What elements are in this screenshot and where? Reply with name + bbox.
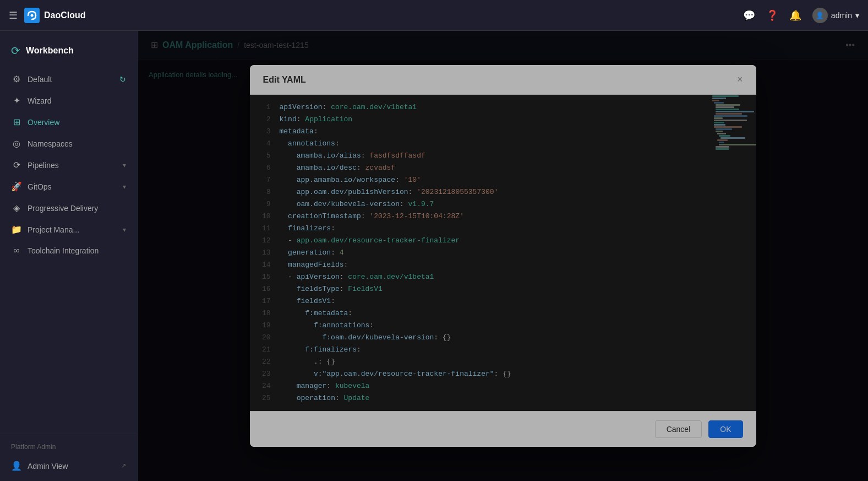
line-number: 15 <box>250 271 277 283</box>
code-line: f:finalizers: <box>280 344 712 356</box>
help-icon[interactable]: ❓ <box>766 9 778 21</box>
overview-icon: ⊞ <box>11 117 22 127</box>
line-number: 20 <box>250 332 277 344</box>
edit-yaml-modal: Edit YAML × 1234567891011121314151617181… <box>250 65 756 447</box>
sidebar-item-default[interactable]: ⚙ Default ↻ <box>0 68 137 90</box>
admin-icon: 👤 <box>11 461 22 471</box>
line-number: 18 <box>250 307 277 320</box>
external-link-icon: ↗ <box>121 462 126 469</box>
code-line: fieldsType: FieldsV1 <box>280 283 712 295</box>
code-line: v:"app.oam.dev/resource-tracker-finalize… <box>280 368 712 380</box>
code-line: f:metadata: <box>280 307 712 320</box>
workbench-icon: ⟳ <box>11 44 20 57</box>
minimap <box>712 95 756 411</box>
sidebar: ⟳ Workbench ⚙ Default ↻ ✦ Wizard ⊞ Overv… <box>0 31 138 481</box>
avatar: 👤 <box>812 8 828 23</box>
chat-icon[interactable]: 💬 <box>743 9 755 21</box>
sidebar-item-project[interactable]: 📁 Project Mana... ▾ <box>0 219 137 240</box>
line-number: 22 <box>250 356 277 368</box>
refresh-icon: ↻ <box>119 75 126 84</box>
chevron-down-icon: ▾ <box>123 226 126 234</box>
cancel-button[interactable]: Cancel <box>655 420 702 438</box>
chevron-down-icon: ▾ <box>123 183 126 191</box>
code-line: creationTimestamp: '2023-12-15T10:04:28Z… <box>280 210 712 223</box>
navbar-right: 💬 ❓ 🔔 👤 admin ▾ <box>743 8 859 23</box>
ok-button[interactable]: OK <box>708 420 743 438</box>
sidebar-item-admin-view[interactable]: 👤 Admin View ↗ <box>0 455 137 477</box>
workbench-label: Workbench <box>26 46 74 56</box>
sidebar-item-overview[interactable]: ⊞ Overview <box>0 111 137 133</box>
code-line: app.amamba.io/workspace: '10' <box>280 174 712 186</box>
sidebar-item-wizard[interactable]: ✦ Wizard <box>0 90 137 111</box>
code-content[interactable]: apiVersion: core.oam.dev/v1beta1kind: Ap… <box>277 95 712 411</box>
line-number: 6 <box>250 162 277 174</box>
toolchain-icon: ∞ <box>11 246 22 256</box>
platform-admin-label: Platform Admin <box>0 439 137 455</box>
line-number: 13 <box>250 247 277 259</box>
gitops-icon: 🚀 <box>11 181 22 192</box>
sidebar-item-label: Toolchain Integration <box>28 246 126 255</box>
code-line: fieldsV1: <box>280 295 712 307</box>
sidebar-item-progressive[interactable]: ◈ Progressive Delivery <box>0 197 137 219</box>
code-line: finalizers: <box>280 223 712 235</box>
code-line: .: {} <box>280 356 712 368</box>
modal-header: Edit YAML × <box>250 65 756 95</box>
line-number: 23 <box>250 368 277 380</box>
sidebar-workbench-item[interactable]: ⟳ Workbench <box>0 35 137 66</box>
logo-text: DaoCloud <box>44 10 86 20</box>
code-line: apiVersion: core.oam.dev/v1beta1 <box>280 101 712 114</box>
content-area: ⊞ OAM Application / test-oam-test-1215 •… <box>138 31 868 481</box>
progressive-icon: ◈ <box>11 203 22 213</box>
line-number: 12 <box>250 235 277 247</box>
code-editor[interactable]: 1234567891011121314151617181920212223242… <box>250 95 756 411</box>
line-number: 3 <box>250 126 277 138</box>
sidebar-item-pipelines[interactable]: ⟳ Pipelines ▾ <box>0 154 137 176</box>
hamburger-icon[interactable]: ☰ <box>9 9 18 21</box>
modal-footer: Cancel OK <box>250 411 756 447</box>
line-number: 8 <box>250 186 277 198</box>
modal-title: Edit YAML <box>263 75 306 85</box>
close-button[interactable]: × <box>737 74 743 85</box>
navbar: ☰ DaoCloud 💬 ❓ 🔔 👤 admin ▾ <box>0 0 868 31</box>
svg-point-1 <box>31 14 34 17</box>
code-line: f:oam.dev/kubevela-version: {} <box>280 332 712 344</box>
default-icon: ⚙ <box>11 74 22 84</box>
modal-overlay[interactable]: Edit YAML × 1234567891011121314151617181… <box>138 31 868 481</box>
code-line: oam.dev/kubevela-version: v1.9.7 <box>280 198 712 210</box>
user-area[interactable]: 👤 admin ▾ <box>812 8 859 23</box>
code-line: operation: Update <box>280 392 712 404</box>
namespaces-icon: ◎ <box>11 138 22 149</box>
sidebar-item-label: Progressive Delivery <box>28 204 126 213</box>
line-number: 24 <box>250 380 277 392</box>
code-line: kind: Application <box>280 114 712 126</box>
code-line: amamba.io/alias: fasdfsdffasdf <box>280 150 712 162</box>
sidebar-item-label: Default <box>28 75 114 84</box>
code-line: f:annotations: <box>280 320 712 332</box>
code-line: managedFields: <box>280 259 712 271</box>
line-number: 17 <box>250 295 277 307</box>
sidebar-item-namespaces[interactable]: ◎ Namespaces <box>0 133 137 154</box>
line-number: 2 <box>250 114 277 126</box>
sidebar-item-toolchain[interactable]: ∞ Toolchain Integration <box>0 240 137 261</box>
sidebar-item-gitops[interactable]: 🚀 GitOps ▾ <box>0 176 137 197</box>
line-number: 19 <box>250 320 277 332</box>
chevron-down-icon: ▾ <box>123 161 126 169</box>
code-line: metadata: <box>280 126 712 138</box>
line-number: 21 <box>250 344 277 356</box>
logo-area: DaoCloud <box>24 8 86 23</box>
sidebar-bottom: Platform Admin 👤 Admin View ↗ <box>0 429 137 477</box>
code-line: - apiVersion: core.oam.dev/v1beta1 <box>280 271 712 283</box>
code-line: annotations: <box>280 138 712 150</box>
line-number: 10 <box>250 210 277 223</box>
line-number: 1 <box>250 101 277 114</box>
bell-icon[interactable]: 🔔 <box>789 9 801 21</box>
line-number: 9 <box>250 198 277 210</box>
user-chevron-icon: ▾ <box>855 11 859 20</box>
sidebar-item-label: Project Mana... <box>28 225 117 234</box>
line-numbers: 1234567891011121314151617181920212223242… <box>250 95 277 411</box>
sidebar-item-label: Admin View <box>28 462 116 471</box>
line-number: 7 <box>250 174 277 186</box>
main-layout: ⟳ Workbench ⚙ Default ↻ ✦ Wizard ⊞ Overv… <box>0 31 868 481</box>
code-line: manager: kubevela <box>280 380 712 392</box>
wizard-icon: ✦ <box>11 95 22 106</box>
